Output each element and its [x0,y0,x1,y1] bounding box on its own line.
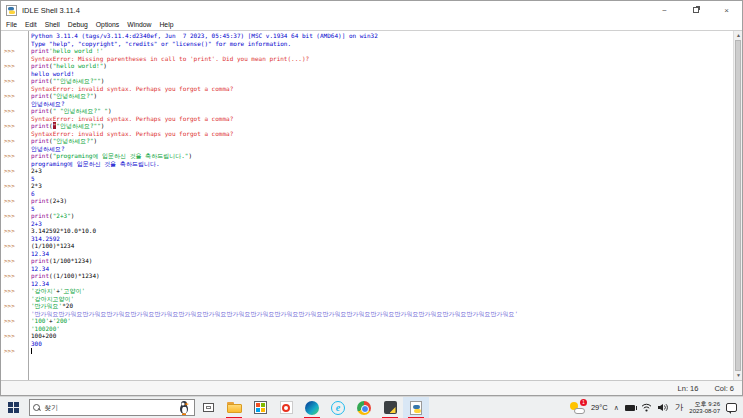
idle-taskbar-button[interactable] [403,397,429,418]
shell-line: >>>print("안녕하세요?") [1,92,733,100]
shell-line: >>>2+3 [1,167,733,175]
shell-line: >>>print(" "안녕하세요?" ") [1,107,733,115]
shell-margin [1,70,28,78]
action-center-icon [726,403,737,412]
clock[interactable]: 오후 9:26 2023-08-07 [686,397,723,418]
battery-icon [625,405,635,411]
internet-explorer-button[interactable]: e [325,397,351,418]
shell-prompt: >>> [1,257,28,265]
shell-line: >>>'강아지'+'고양이' [1,287,733,295]
shell-margin [1,85,28,93]
scrollbar-thumb[interactable] [735,40,741,371]
shell-line: >>>print(""안녕하세요?"") [1,122,733,130]
menu-shell[interactable]: Shell [41,19,64,30]
shell-line: SyntaxError: invalid syntax. Perhaps you… [1,85,733,93]
menu-file[interactable]: File [2,19,21,30]
shell-margin [1,325,28,333]
shell-line: '강아지고양이' [1,295,733,303]
task-view-icon [203,403,214,412]
scroll-up-icon[interactable]: ▲ [734,31,742,40]
menu-window[interactable]: Window [123,19,155,30]
shell-line: >>>'100'+'200' [1,317,733,325]
shell-prompt: >>> [1,347,28,355]
shell-line: 안녕하세요? [1,100,733,108]
shell-prompt: >>> [1,152,28,160]
shell-prompt: >>> [1,317,28,325]
shell-prompt: >>> [1,302,28,310]
taskbar-search-input[interactable]: 찾기 [29,399,195,416]
shell-prompt: >>> [1,197,28,205]
shell-line: SyntaxError: Missing parentheses in call… [1,55,733,63]
shell-prompt: >>> [1,62,28,70]
shell-text-area[interactable]: Python 3.11.4 (tags/v3.11.4:d2340ef, Jun… [1,30,742,380]
search-placeholder: 찾기 [44,403,177,413]
taskbar: 찾기 e 1 29°C ∧ [0,396,743,418]
scroll-down-icon[interactable]: ▼ [734,371,742,380]
shell-line: 안녕하세요? [1,145,733,153]
shell-margin [1,340,28,348]
shell-margin [1,160,28,168]
battery-button[interactable] [622,397,638,418]
shell-line: >>>print'hello world !' [1,47,733,55]
shell-margin [1,235,28,243]
menu-debug[interactable]: Debug [64,19,92,30]
search-highlight-puffin-image[interactable] [177,400,191,415]
shell-prompt: >>> [1,212,28,220]
idle-app-icon [6,5,17,16]
shell-margin [1,145,28,153]
titlebar[interactable]: IDLE Shell 3.11.4 − × [1,1,742,19]
vertical-scrollbar[interactable]: ▲ ▼ [733,31,742,380]
clock-time: 오후 9:26 [689,401,720,408]
shell-line: Python 3.11.4 (tags/v3.11.4:d2340ef, Jun… [1,32,733,40]
chrome-button[interactable] [351,397,377,418]
status-line: Ln: 16 [670,384,707,393]
minimize-button[interactable]: − [649,1,680,19]
temperature-label: 29°C [591,403,608,412]
task-view-button[interactable] [195,397,221,418]
shell-line: '100200' [1,325,733,333]
status-col: Col: 6 [706,384,742,393]
edge-button[interactable] [299,397,325,418]
restore-button[interactable] [680,1,711,19]
shell-line: >>> [1,347,733,355]
shell-line: 12.34 [1,280,733,288]
close-button[interactable]: × [711,1,742,19]
status-bar: Ln: 16 Col: 6 [1,380,742,395]
windows-logo-icon [8,402,19,413]
menu-options[interactable]: Options [92,19,123,30]
shell-line: 12.34 [1,265,733,273]
file-explorer-icon [227,402,242,413]
shell-line: 314.2592 [1,235,733,243]
menu-help[interactable]: Help [155,19,177,30]
shell-margin [1,295,28,303]
weather-widget[interactable]: 1 [567,397,588,418]
red-ring-app-button[interactable] [273,397,299,418]
shell-line: SyntaxError: invalid syntax. Perhaps you… [1,130,733,138]
action-center-button[interactable] [723,397,740,418]
chevron-up-icon: ∧ [614,404,619,412]
shell-prompt: >>> [1,287,28,295]
menu-edit[interactable]: Edit [21,19,41,30]
edge-icon [305,401,319,415]
volume-button[interactable] [655,397,672,418]
file-explorer-button[interactable] [221,397,247,418]
shell-margin [1,130,28,138]
shell-prompt: >>> [1,332,28,340]
start-button[interactable] [0,397,26,418]
red-ring-app-icon [280,401,293,414]
shell-prompt: >>> [1,272,28,280]
tray-overflow-button[interactable]: ∧ [611,397,622,418]
shell-line: 12.34 [1,250,733,258]
shell-margin [1,175,28,183]
shell-line: >>>2*3 [1,182,733,190]
ime-indicator[interactable]: 가 [672,397,687,418]
shell-margin [1,190,28,198]
dark-app-button[interactable] [377,397,403,418]
microsoft-logo-icon [254,401,267,414]
shell-line: >>>3.142592*10.0*10.0 [1,227,733,235]
internet-explorer-icon: e [331,401,345,415]
shell-line: >>>print(1/100*1234) [1,257,733,265]
microsoft-app-button[interactable] [247,397,273,418]
weather-icon: 1 [570,401,585,414]
network-button[interactable] [638,397,655,418]
